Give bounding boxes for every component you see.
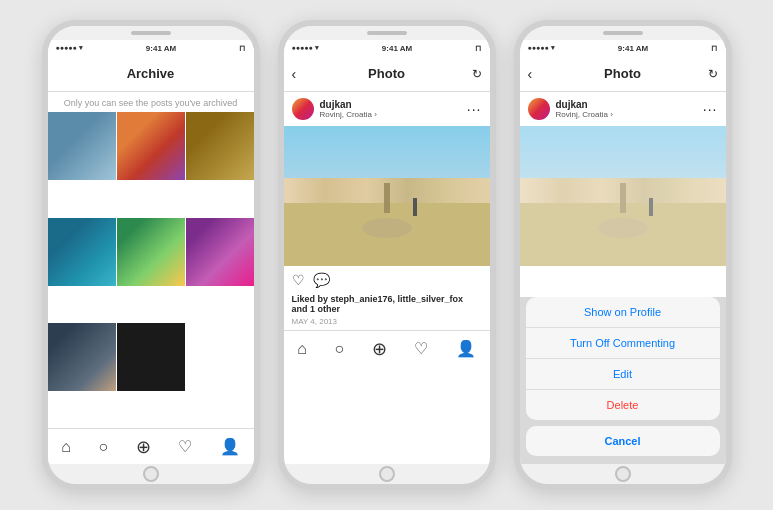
post-image-2[interactable] — [284, 126, 490, 266]
speaker-1 — [131, 31, 171, 35]
avatar-3 — [528, 98, 550, 120]
speaker-3 — [603, 31, 643, 35]
battery-area-1: ⊓ — [239, 44, 245, 53]
signal-text-1: ●●●●● ▾ — [56, 44, 83, 52]
post-image-3 — [520, 126, 726, 266]
status-bar-1: ●●●●● ▾ 9:41 AM ⊓ — [48, 40, 254, 56]
tab-home-2[interactable]: ⌂ — [297, 340, 307, 358]
status-bar-3: ●●●●● ▾ 9:41 AM ⊓ — [520, 40, 726, 56]
nav-title-archive: Archive — [127, 66, 175, 81]
screen-action: ●●●●● ▾ 9:41 AM ⊓ ‹ Photo ↻ dujkan Rovin… — [520, 40, 726, 464]
screen-photo: ●●●●● ▾ 9:41 AM ⊓ ‹ Photo ↻ dujkan Rovin… — [284, 40, 490, 464]
nav-bar-action: ‹ Photo ↻ — [520, 56, 726, 92]
phone-top-3 — [520, 26, 726, 40]
archive-grid — [48, 112, 254, 428]
time-2: 9:41 AM — [382, 44, 412, 53]
tab-add-2[interactable]: ⊕ — [372, 338, 387, 360]
post-actions-2: ♡ 💬 — [284, 266, 490, 294]
archive-subtitle: Only you can see the posts you've archiv… — [48, 92, 254, 112]
phone-action: ●●●●● ▾ 9:41 AM ⊓ ‹ Photo ↻ dujkan Rovin… — [514, 20, 732, 490]
home-button-2[interactable] — [379, 466, 395, 482]
fountain-top-3 — [620, 183, 626, 213]
post-header-3: dujkan Rovinj, Croatia › ··· — [520, 92, 726, 126]
tab-profile-2[interactable]: 👤 — [456, 339, 476, 358]
back-button-2[interactable]: ‹ — [292, 66, 297, 82]
signal-text-3: ●●●●● ▾ — [528, 44, 555, 52]
post-header-2: dujkan Rovinj, Croatia › ··· — [284, 92, 490, 126]
grid-cell-7[interactable] — [48, 323, 116, 391]
username-2[interactable]: dujkan — [320, 99, 461, 110]
time-3: 9:41 AM — [618, 44, 648, 53]
time-1: 9:41 AM — [146, 44, 176, 53]
tab-search-2[interactable]: ○ — [334, 340, 344, 358]
nav-title-action: Photo — [604, 66, 641, 81]
phone-top-1 — [48, 26, 254, 40]
grid-cell-6[interactable] — [186, 218, 254, 286]
user-info-3: dujkan Rovinj, Croatia › — [556, 99, 697, 119]
more-button-3[interactable]: ··· — [703, 101, 718, 117]
fountain-base-3 — [598, 218, 648, 238]
tab-bar-1: ⌂ ○ ⊕ ♡ 👤 — [48, 428, 254, 464]
status-bar-2: ●●●●● ▾ 9:41 AM ⊓ — [284, 40, 490, 56]
phone-photo: ●●●●● ▾ 9:41 AM ⊓ ‹ Photo ↻ dujkan Rovin… — [278, 20, 496, 490]
statue-2 — [413, 198, 417, 216]
tab-profile-1[interactable]: 👤 — [220, 437, 240, 456]
tab-heart-1[interactable]: ♡ — [178, 437, 192, 456]
refresh-button-2[interactable]: ↻ — [472, 67, 482, 81]
phone-top-2 — [284, 26, 490, 40]
avatar-2 — [292, 98, 314, 120]
post-likes-2: Liked by steph_anie176, little_silver_fo… — [284, 294, 490, 317]
fountain-top-2 — [384, 183, 390, 213]
username-3[interactable]: dujkan — [556, 99, 697, 110]
tab-home-1[interactable]: ⌂ — [61, 438, 71, 456]
tab-bar-2: ⌂ ○ ⊕ ♡ 👤 — [284, 330, 490, 366]
screen-archive: ●●●●● ▾ 9:41 AM ⊓ Archive Only you can s… — [48, 40, 254, 464]
battery-3: ⊓ — [711, 44, 717, 53]
grid-cell-1[interactable] — [48, 112, 116, 180]
speaker-2 — [367, 31, 407, 35]
nav-title-photo: Photo — [368, 66, 405, 81]
like-button-2[interactable]: ♡ — [292, 272, 305, 288]
more-button-2[interactable]: ··· — [467, 101, 482, 117]
grid-cell-2[interactable] — [117, 112, 185, 180]
refresh-button-3[interactable]: ↻ — [708, 67, 718, 81]
back-button-3[interactable]: ‹ — [528, 66, 533, 82]
fountain-base-2 — [362, 218, 412, 238]
signal-area-1: ●●●●● ▾ — [56, 44, 83, 52]
location-2[interactable]: Rovinj, Croatia › — [320, 110, 461, 119]
tab-search-1[interactable]: ○ — [98, 438, 108, 456]
grid-cell-5[interactable] — [117, 218, 185, 286]
phone-archive: ●●●●● ▾ 9:41 AM ⊓ Archive Only you can s… — [42, 20, 260, 490]
action-group-main: Show on Profile Turn Off Commenting Edit… — [526, 297, 720, 420]
action-cancel[interactable]: Cancel — [526, 426, 720, 456]
signal-text-2: ●●●●● ▾ — [292, 44, 319, 52]
home-button-1[interactable] — [143, 466, 159, 482]
action-edit[interactable]: Edit — [526, 359, 720, 390]
comment-button-2[interactable]: 💬 — [313, 272, 330, 288]
phone-bottom-2 — [284, 464, 490, 484]
grid-cell-4[interactable] — [48, 218, 116, 286]
battery-1: ⊓ — [239, 44, 245, 53]
tab-add-1[interactable]: ⊕ — [136, 436, 151, 458]
action-delete[interactable]: Delete — [526, 390, 720, 420]
statue-3 — [649, 198, 653, 216]
action-show-on-profile[interactable]: Show on Profile — [526, 297, 720, 328]
location-3[interactable]: Rovinj, Croatia › — [556, 110, 697, 119]
action-turn-off-commenting[interactable]: Turn Off Commenting — [526, 328, 720, 359]
home-button-3[interactable] — [615, 466, 631, 482]
post-date-2: MAY 4, 2013 — [284, 317, 490, 330]
grid-cell-8[interactable] — [117, 323, 185, 391]
battery-2: ⊓ — [475, 44, 481, 53]
action-sheet-overlay: Show on Profile Turn Off Commenting Edit… — [520, 297, 726, 464]
phone-bottom-3 — [520, 464, 726, 484]
action-sheet: Show on Profile Turn Off Commenting Edit… — [520, 297, 726, 464]
tab-heart-2[interactable]: ♡ — [414, 339, 428, 358]
nav-bar-photo: ‹ Photo ↻ — [284, 56, 490, 92]
nav-bar-archive: Archive — [48, 56, 254, 92]
grid-cell-3[interactable] — [186, 112, 254, 180]
phone-bottom-1 — [48, 464, 254, 484]
user-info-2: dujkan Rovinj, Croatia › — [320, 99, 461, 119]
